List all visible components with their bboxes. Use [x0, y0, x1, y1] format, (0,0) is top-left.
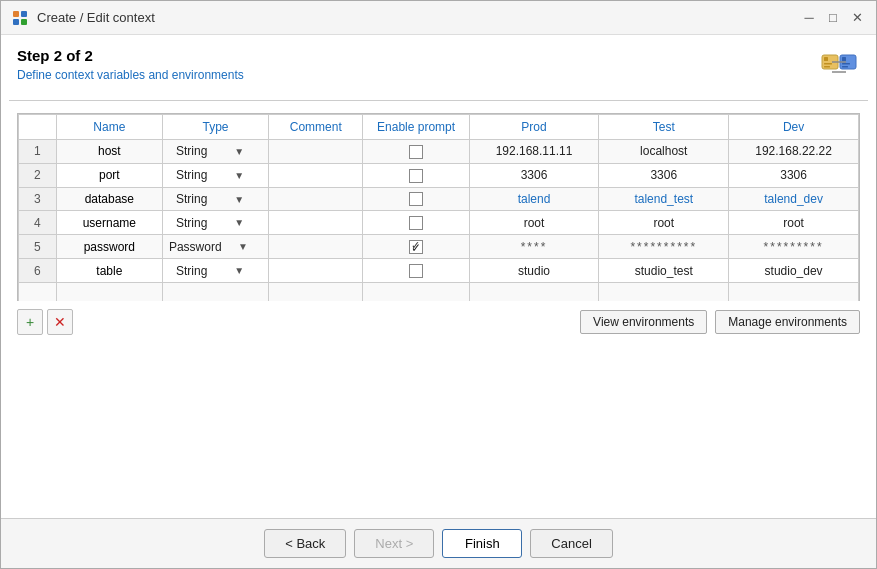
- cell-test[interactable]: localhost: [599, 140, 729, 164]
- cell-dev[interactable]: 192.168.22.22: [729, 140, 859, 164]
- cell-test[interactable]: root: [599, 211, 729, 235]
- enable-prompt-checkbox[interactable]: [409, 169, 423, 183]
- enable-prompt-checkbox[interactable]: [409, 145, 423, 159]
- footer-spacer: [1, 343, 876, 519]
- cell-test[interactable]: **********: [599, 235, 729, 259]
- cell-enable-prompt[interactable]: ✓: [363, 235, 469, 259]
- cell-comment[interactable]: [269, 235, 363, 259]
- title-bar-left: Create / Edit context: [11, 9, 155, 27]
- svg-rect-5: [824, 57, 828, 61]
- back-button[interactable]: < Back: [264, 529, 346, 558]
- svg-rect-10: [842, 63, 850, 65]
- step-subtitle: Define context variables and environment…: [17, 68, 244, 82]
- enable-prompt-checkbox[interactable]: [409, 264, 423, 278]
- cell-row-num: 3: [19, 187, 57, 211]
- cell-comment[interactable]: [269, 163, 363, 187]
- cell-comment[interactable]: [269, 211, 363, 235]
- dialog-header: Step 2 of 2 Define context variables and…: [1, 35, 876, 100]
- svg-rect-1: [21, 11, 27, 17]
- table-row[interactable]: 2portString▼330633063306: [19, 163, 859, 187]
- close-button[interactable]: ✕: [848, 9, 866, 27]
- cell-name[interactable]: table: [56, 259, 162, 283]
- cell-type[interactable]: String▼: [162, 140, 268, 164]
- finish-button[interactable]: Finish: [442, 529, 522, 558]
- cell-name[interactable]: username: [56, 211, 162, 235]
- cell-row-num: 1: [19, 140, 57, 164]
- col-header-type: Type: [162, 115, 268, 140]
- type-dropdown-arrow[interactable]: ▼: [217, 217, 263, 228]
- dialog-window: Create / Edit context ─ □ ✕ Step 2 of 2 …: [0, 0, 877, 569]
- cell-prod[interactable]: talend: [469, 187, 599, 211]
- svg-rect-3: [21, 19, 27, 25]
- table-row[interactable]: 3databaseString▼talendtalend_testtalend_…: [19, 187, 859, 211]
- cell-name[interactable]: port: [56, 163, 162, 187]
- cell-test[interactable]: 3306: [599, 163, 729, 187]
- cell-dev[interactable]: talend_dev: [729, 187, 859, 211]
- type-dropdown-arrow[interactable]: ▼: [217, 265, 263, 276]
- context-table: Name Type Comment Enable prompt Prod Tes…: [18, 114, 859, 301]
- col-header-test: Test: [599, 115, 729, 140]
- view-environments-button[interactable]: View environments: [580, 310, 707, 334]
- col-header-num: [19, 115, 57, 140]
- cancel-button[interactable]: Cancel: [530, 529, 612, 558]
- type-dropdown-arrow[interactable]: ▼: [217, 194, 263, 205]
- context-table-container: Name Type Comment Enable prompt Prod Tes…: [17, 113, 860, 301]
- next-button[interactable]: Next >: [354, 529, 434, 558]
- step-title: Step 2 of 2: [17, 47, 244, 64]
- cell-type[interactable]: String▼: [162, 211, 268, 235]
- cell-prod[interactable]: 192.168.11.11: [469, 140, 599, 164]
- cell-enable-prompt[interactable]: [363, 211, 469, 235]
- table-row[interactable]: 1hostString▼192.168.11.11localhost192.16…: [19, 140, 859, 164]
- cell-row-num: 2: [19, 163, 57, 187]
- cell-name[interactable]: host: [56, 140, 162, 164]
- cell-prod[interactable]: root: [469, 211, 599, 235]
- toolbar-left: + ✕: [17, 309, 73, 335]
- cell-enable-prompt[interactable]: [363, 163, 469, 187]
- cell-enable-prompt[interactable]: [363, 259, 469, 283]
- table-row[interactable]: 4usernameString▼rootrootroot: [19, 211, 859, 235]
- cell-comment[interactable]: [269, 140, 363, 164]
- enable-prompt-checkbox[interactable]: [409, 216, 423, 230]
- cell-dev[interactable]: *********: [729, 235, 859, 259]
- cell-comment[interactable]: [269, 259, 363, 283]
- table-row[interactable]: 5passwordPassword▼✓*********************…: [19, 235, 859, 259]
- cell-dev[interactable]: 3306: [729, 163, 859, 187]
- cell-dev[interactable]: root: [729, 211, 859, 235]
- cell-type[interactable]: Password▼: [162, 235, 268, 259]
- cell-enable-prompt[interactable]: [363, 187, 469, 211]
- cell-comment[interactable]: [269, 187, 363, 211]
- cell-row-num: 5: [19, 235, 57, 259]
- table-toolbar: + ✕ View environments Manage environment…: [1, 301, 876, 343]
- svg-rect-9: [842, 57, 846, 61]
- cell-type[interactable]: String▼: [162, 187, 268, 211]
- table-row[interactable]: 6tableString▼studiostudio_teststudio_dev: [19, 259, 859, 283]
- type-dropdown-arrow[interactable]: ▼: [217, 146, 263, 157]
- cell-prod[interactable]: studio: [469, 259, 599, 283]
- remove-row-button[interactable]: ✕: [47, 309, 73, 335]
- cell-row-num: 4: [19, 211, 57, 235]
- cell-type[interactable]: String▼: [162, 259, 268, 283]
- cell-type[interactable]: String▼: [162, 163, 268, 187]
- minimize-button[interactable]: ─: [800, 9, 818, 27]
- cell-name[interactable]: database: [56, 187, 162, 211]
- manage-environments-button[interactable]: Manage environments: [715, 310, 860, 334]
- add-row-button[interactable]: +: [17, 309, 43, 335]
- title-bar-controls: ─ □ ✕: [800, 9, 866, 27]
- maximize-button[interactable]: □: [824, 9, 842, 27]
- cell-prod[interactable]: 3306: [469, 163, 599, 187]
- type-dropdown-arrow[interactable]: ▼: [224, 241, 262, 252]
- toolbar-right: View environments Manage environments: [580, 310, 860, 334]
- svg-rect-0: [13, 11, 19, 17]
- type-dropdown-arrow[interactable]: ▼: [217, 170, 263, 181]
- table-header-row: Name Type Comment Enable prompt Prod Tes…: [19, 115, 859, 140]
- cell-test[interactable]: talend_test: [599, 187, 729, 211]
- cell-prod[interactable]: ****: [469, 235, 599, 259]
- enable-prompt-checkbox[interactable]: [409, 192, 423, 206]
- cell-row-num: 6: [19, 259, 57, 283]
- cell-dev[interactable]: studio_dev: [729, 259, 859, 283]
- cell-test[interactable]: studio_test: [599, 259, 729, 283]
- cell-name[interactable]: password: [56, 235, 162, 259]
- cell-enable-prompt[interactable]: [363, 140, 469, 164]
- col-header-name: Name: [56, 115, 162, 140]
- enable-prompt-checkbox[interactable]: ✓: [409, 240, 423, 254]
